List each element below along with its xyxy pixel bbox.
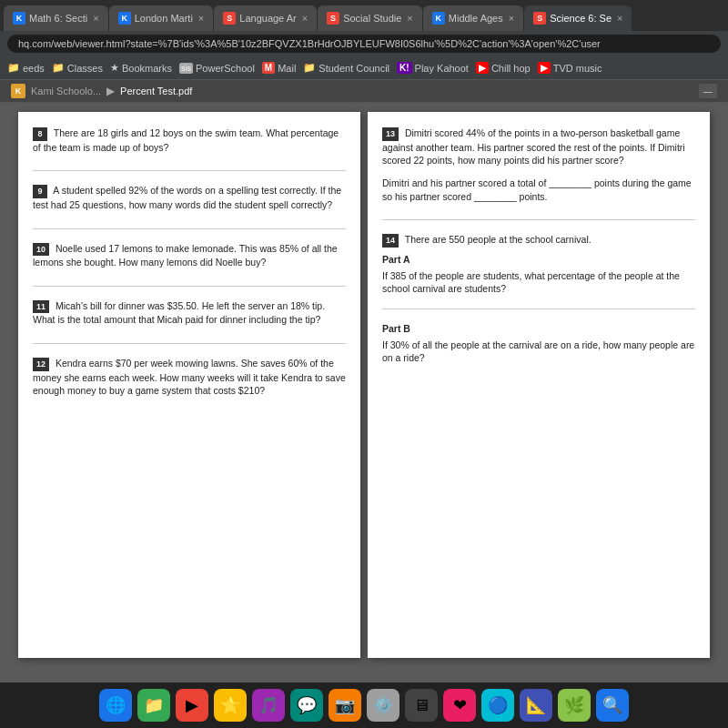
tab-favicon-language: S — [223, 12, 236, 25]
tab-close-language[interactable]: × — [302, 13, 308, 24]
dock-icon-search[interactable]: 🔍 — [596, 689, 629, 722]
tab-label-london: London Marti — [135, 13, 193, 24]
question-11: 11 Micah's bill for dinner was $35.50. H… — [33, 299, 346, 327]
tab-close-london[interactable]: × — [198, 13, 204, 24]
tab-favicon-science: S — [533, 12, 546, 25]
tab-close-social[interactable]: × — [407, 13, 412, 24]
youtube-icon-chillhop: ▶ — [476, 62, 489, 74]
star-icon: ★ — [110, 62, 119, 74]
part-b-text: If 30% of all the people at the carnival… — [382, 339, 695, 365]
question-14: 14 There are 550 people at the school ca… — [382, 233, 695, 365]
dock-icon-messages[interactable]: 💬 — [290, 689, 323, 722]
tab-close-science[interactable]: × — [617, 13, 622, 24]
question-text-12: Kendra earns $70 per week mowing lawns. … — [33, 358, 346, 396]
question-num-10: 10 — [33, 243, 49, 257]
address-bar[interactable]: hq.com/web/viewer.html?state=%7B'ids'%3A… — [7, 35, 721, 53]
folder-icon-classes: 📁 — [52, 62, 65, 74]
part-a-label: Part A — [382, 253, 695, 267]
question-9: 9 A student spelled 92% of the words on … — [33, 184, 346, 211]
question-num-14: 14 — [382, 234, 399, 248]
dock-icon-files[interactable]: 📁 — [137, 689, 170, 722]
breadcrumb-file: Percent Test.pdf — [120, 86, 192, 96]
document-right-page: 13 Dimitri scored 44% of the points in a… — [368, 112, 710, 658]
question-13: 13 Dimitri scored 44% of the points in a… — [382, 126, 695, 203]
tab-label-science: Science 6: Se — [550, 13, 612, 24]
question-text-9: A student spelled 92% of the words on a … — [33, 185, 341, 210]
document-left-page: 8 There are 18 girls and 12 boys on the … — [18, 112, 360, 658]
bookmark-label-mail: Mail — [278, 63, 296, 74]
main-content: 8 There are 18 girls and 12 boys on the … — [0, 103, 728, 682]
part-a-text: If 385 of the people are students, what … — [382, 269, 695, 296]
bookmarks-bar: 📁 eeds 📁 Classes ★ Bookmarks sis PowerSc… — [0, 56, 728, 80]
mail-icon: M — [262, 62, 275, 74]
question-text-14: There are 550 people at the school carni… — [405, 234, 592, 245]
dock-icon-terminal[interactable]: 🖥 — [405, 689, 438, 722]
question-num-9: 9 — [33, 185, 47, 198]
bookmark-kahoot[interactable]: K! Play Kahoot — [397, 62, 469, 74]
tab-math[interactable]: K Math 6: Secti × — [4, 5, 108, 31]
breadcrumb-arrow: ▶ — [106, 85, 115, 97]
browser-window: K Math 6: Secti × K London Marti × S Lan… — [0, 0, 728, 728]
bookmark-label-bookmarks: Bookmarks — [122, 63, 172, 74]
bookmark-eeds[interactable]: 📁 eeds — [7, 62, 45, 74]
youtube-icon-tvd: ▶ — [538, 62, 551, 74]
bookmark-label-kahoot: Play Kahoot — [415, 63, 469, 74]
bookmark-mail[interactable]: M Mail — [262, 62, 297, 74]
bookmark-bookmarks[interactable]: ★ Bookmarks — [110, 62, 172, 74]
dock-icon-social[interactable]: ❤ — [443, 689, 476, 722]
tab-science[interactable]: S Science 6: Se × — [524, 5, 632, 31]
dock-icon-app3[interactable]: 🌿 — [558, 689, 591, 722]
dock-icon-media[interactable]: ▶ — [176, 689, 208, 722]
dock-icon-chrome[interactable]: 🌐 — [99, 689, 132, 722]
question-text-8: There are 18 girls and 12 boys on the sw… — [33, 127, 339, 153]
part-b-label: Part B — [382, 322, 695, 336]
bookmark-label-student-council: Student Council — [318, 63, 389, 74]
folder-icon-student-council: 📁 — [303, 62, 316, 74]
question-num-11: 11 — [33, 300, 49, 314]
bookmark-chillhop[interactable]: ▶ Chill hop — [476, 62, 531, 74]
question-text-10: Noelle used 17 lemons to make lemonade. … — [33, 243, 338, 268]
bookmark-label-classes: Classes — [67, 63, 103, 74]
bookmark-student-council[interactable]: 📁 Student Council — [303, 62, 389, 74]
kami-bar: K Kami Schoolo... ▶ Percent Test.pdf — — [0, 80, 728, 103]
dock-icon-music[interactable]: 🎵 — [252, 689, 285, 722]
question-num-12: 12 — [33, 358, 49, 371]
divider-3 — [33, 286, 346, 287]
question-8: 8 There are 18 girls and 12 boys on the … — [33, 126, 346, 154]
bookmark-classes[interactable]: 📁 Classes — [52, 62, 103, 74]
tab-favicon-middle: K — [432, 12, 445, 25]
tab-favicon-math: K — [13, 12, 25, 25]
question-13-extra-text: Dimitri and his partner scored a total o… — [382, 177, 692, 202]
tab-language[interactable]: S Language Ar × — [214, 5, 317, 31]
bookmark-tvd-music[interactable]: ▶ TVD music — [538, 62, 602, 74]
divider-right-2 — [382, 308, 695, 309]
tab-label-math: Math 6: Secti — [29, 13, 87, 24]
tab-middle[interactable]: K Middle Ages × — [423, 5, 523, 31]
tab-bar: K Math 6: Secti × K London Marti × S Lan… — [0, 0, 728, 31]
bookmark-label-eeds: eeds — [23, 63, 45, 74]
bookmark-label-tvd-music: TVD music — [553, 63, 602, 74]
question-10: 10 Noelle used 17 lemons to make lemonad… — [33, 242, 346, 269]
tab-london[interactable]: K London Marti × — [109, 5, 214, 31]
tab-social[interactable]: S Social Studie × — [318, 5, 422, 31]
address-bar-row: hq.com/web/viewer.html?state=%7B'ids'%3A… — [7, 35, 721, 53]
tab-favicon-london: K — [118, 12, 131, 25]
bookmark-label-chillhop: Chill hop — [491, 63, 531, 74]
tab-close-math[interactable]: × — [93, 13, 98, 24]
tab-label-middle: Middle Ages — [449, 13, 503, 24]
dock-icon-settings[interactable]: ⚙️ — [367, 689, 399, 722]
dock-icon-camera[interactable]: 📷 — [329, 689, 361, 722]
folder-icon-eeds: 📁 — [7, 62, 20, 74]
tab-close-middle[interactable]: × — [509, 13, 514, 24]
address-bar-area: hq.com/web/viewer.html?state=%7B'ids'%3A… — [0, 31, 728, 56]
kahoot-icon: K! — [397, 62, 412, 74]
kami-expand-button[interactable]: — — [699, 84, 717, 98]
divider-2 — [33, 228, 346, 229]
dock-icon-app1[interactable]: 🔵 — [481, 689, 514, 722]
dock-icon-app2[interactable]: 📐 — [520, 689, 552, 722]
bookmark-powerschool[interactable]: sis PowerSchool — [179, 63, 255, 74]
divider-right-1 — [382, 219, 695, 220]
kami-logo: K — [11, 84, 25, 98]
breadcrumb-root[interactable]: Kami Schoolo... — [31, 86, 101, 96]
dock-icon-notes[interactable]: ⭐ — [214, 689, 247, 722]
